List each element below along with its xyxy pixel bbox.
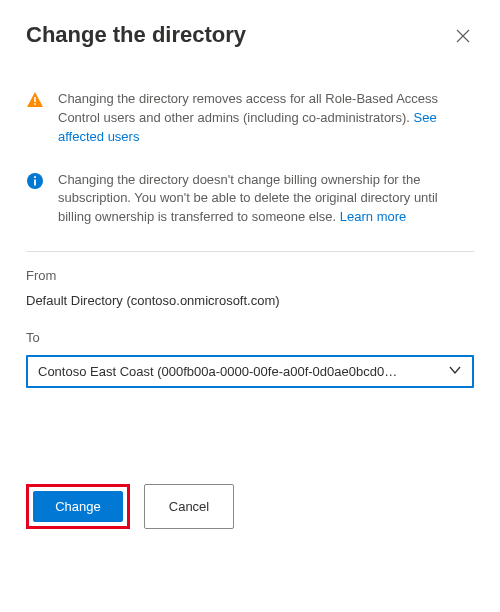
warning-message: Changing the directory removes access fo… [58, 91, 438, 125]
from-value: Default Directory (contoso.onmicrosoft.c… [26, 293, 474, 308]
chevron-down-icon [448, 363, 462, 380]
warning-text-access: Changing the directory removes access fo… [58, 90, 474, 147]
change-button[interactable]: Change [33, 491, 123, 522]
warning-block-access: Changing the directory removes access fo… [26, 90, 474, 147]
warning-icon [26, 91, 44, 109]
close-icon[interactable] [452, 24, 474, 50]
dialog-header: Change the directory [26, 22, 474, 50]
to-label: To [26, 330, 474, 345]
from-label: From [26, 268, 474, 283]
dropdown-selected-value: Contoso East Coast (000fb00a-0000-00fe-a… [38, 364, 397, 379]
svg-rect-4 [34, 176, 36, 178]
to-directory-dropdown[interactable]: Contoso East Coast (000fb00a-0000-00fe-a… [26, 355, 474, 388]
svg-rect-1 [34, 103, 36, 105]
svg-rect-0 [34, 97, 36, 102]
cancel-button[interactable]: Cancel [144, 484, 234, 529]
divider [26, 251, 474, 252]
dialog-title: Change the directory [26, 22, 246, 48]
info-text-billing: Changing the directory doesn't change bi… [58, 171, 474, 228]
button-row: Change Cancel [26, 484, 474, 529]
learn-more-link[interactable]: Learn more [340, 209, 406, 224]
change-button-highlight: Change [26, 484, 130, 529]
info-icon [26, 172, 44, 190]
svg-rect-3 [34, 179, 36, 185]
info-block-billing: Changing the directory doesn't change bi… [26, 171, 474, 228]
